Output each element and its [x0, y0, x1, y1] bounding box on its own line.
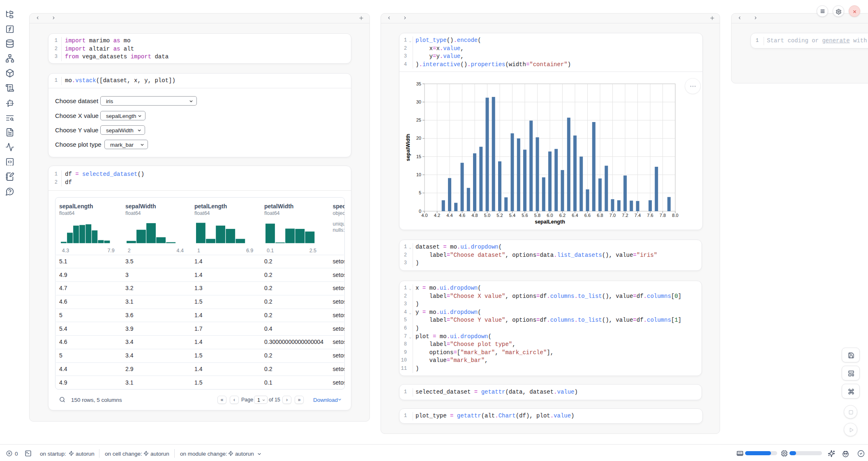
svg-text:5.6: 5.6: [522, 213, 528, 218]
svg-text:7.8: 7.8: [660, 213, 666, 218]
svg-text:6.6: 6.6: [584, 213, 591, 218]
svg-text:sepalWidth: sepalWidth: [405, 134, 411, 161]
svg-text:7.6: 7.6: [647, 213, 653, 218]
svg-text:25: 25: [416, 118, 421, 122]
svg-text:7.0: 7.0: [609, 213, 616, 218]
svg-text:sepalLength: sepalLength: [535, 219, 565, 225]
svg-text:5.0: 5.0: [484, 213, 490, 218]
svg-text:0: 0: [419, 209, 421, 214]
svg-text:4.6: 4.6: [459, 213, 465, 218]
svg-text:20: 20: [416, 136, 421, 141]
svg-text:5.2: 5.2: [496, 213, 503, 218]
svg-text:10: 10: [416, 172, 421, 177]
svg-text:7.4: 7.4: [635, 213, 641, 218]
svg-text:5.4: 5.4: [509, 213, 515, 218]
svg-text:8.0: 8.0: [672, 213, 678, 218]
svg-text:30: 30: [416, 99, 421, 104]
svg-text:4.8: 4.8: [471, 213, 478, 218]
svg-text:6.2: 6.2: [559, 213, 566, 218]
svg-text:4.0: 4.0: [421, 213, 427, 218]
svg-text:6.8: 6.8: [597, 213, 603, 218]
svg-text:4.4: 4.4: [446, 213, 452, 218]
svg-text:5.8: 5.8: [534, 213, 540, 218]
svg-text:7.2: 7.2: [622, 213, 628, 218]
svg-text:5: 5: [419, 190, 421, 195]
svg-text:6.0: 6.0: [547, 213, 553, 218]
svg-text:15: 15: [416, 154, 421, 159]
svg-text:6.4: 6.4: [572, 213, 578, 218]
svg-text:4.2: 4.2: [434, 213, 440, 218]
svg-text:35: 35: [416, 81, 421, 86]
